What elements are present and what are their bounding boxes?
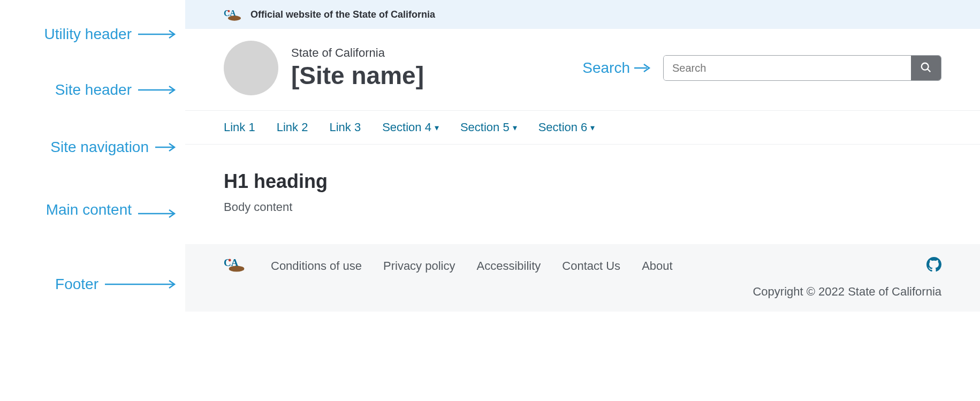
body-content: Body content: [224, 200, 941, 214]
arrow-right-icon: [138, 29, 180, 39]
footer-link-privacy[interactable]: Privacy policy: [383, 259, 455, 273]
arrow-right-icon: [138, 209, 180, 218]
footer: C A Conditions of use Privacy policy Acc…: [185, 244, 980, 312]
annotation-footer: Footer: [55, 276, 98, 293]
main-content: H1 heading Body content: [185, 145, 980, 244]
chevron-down-icon: ▾: [590, 123, 595, 133]
annotation-site-navigation: Site navigation: [50, 139, 149, 156]
chevron-down-icon: ▾: [435, 123, 439, 133]
site-navigation: Link 1 Link 2 Link 3 Section 4▾ Section …: [185, 111, 980, 145]
chevron-down-icon: ▾: [513, 123, 517, 133]
footer-link-about[interactable]: About: [642, 259, 673, 273]
search-icon: [920, 62, 932, 75]
site-header: State of California [Site name] Search: [185, 29, 980, 111]
page-mock: C A Official website of the State of Cal…: [185, 0, 980, 312]
brand: State of California [Site name]: [224, 41, 424, 95]
nav-section-6[interactable]: Section 6▾: [538, 120, 595, 134]
nav-link-1[interactable]: Link 1: [224, 120, 255, 134]
svg-text:C: C: [224, 9, 230, 18]
footer-link-conditions[interactable]: Conditions of use: [271, 259, 362, 273]
site-logo-placeholder: [224, 41, 278, 95]
nav-section-4[interactable]: Section 4▾: [382, 120, 439, 134]
svg-text:C: C: [224, 257, 231, 268]
search-box: [663, 55, 941, 81]
annotation-utility-header: Utility header: [44, 26, 132, 43]
copyright: Copyright © 2022 State of California: [224, 285, 941, 299]
github-icon: [926, 261, 941, 275]
footer-link-contact[interactable]: Contact Us: [562, 259, 620, 273]
svg-point-8: [228, 16, 241, 20]
annotation-search: Search: [582, 59, 654, 77]
nav-link-2[interactable]: Link 2: [277, 120, 308, 134]
svg-point-7: [227, 10, 230, 12]
nav-link-3[interactable]: Link 3: [329, 120, 361, 134]
annotation-column: Utility header Site header Site navigati…: [0, 0, 182, 312]
site-name: [Site name]: [291, 61, 424, 90]
ca-gov-logo-icon: C A: [224, 7, 245, 21]
arrow-right-icon: [138, 85, 180, 95]
annotation-site-header: Site header: [55, 81, 132, 99]
annotation-main-content: Main content: [46, 201, 132, 218]
utility-header: C A Official website of the State of Cal…: [185, 0, 980, 29]
nav-section-5[interactable]: Section 5▾: [460, 120, 517, 134]
page-h1: H1 heading: [224, 170, 941, 193]
svg-point-15: [229, 266, 245, 271]
arrow-right-icon: [105, 279, 180, 289]
github-link[interactable]: [926, 257, 941, 275]
search-input[interactable]: [664, 56, 911, 80]
arrow-right-icon: [155, 142, 180, 152]
footer-link-accessibility[interactable]: Accessibility: [476, 259, 541, 273]
svg-line-11: [928, 69, 931, 72]
svg-point-14: [229, 259, 231, 262]
ca-gov-logo-icon: C A: [224, 256, 249, 276]
search-button[interactable]: [911, 56, 941, 80]
utility-header-text: Official website of the State of Califor…: [250, 9, 435, 20]
svg-point-10: [922, 63, 929, 70]
department-name: State of California: [291, 46, 424, 60]
